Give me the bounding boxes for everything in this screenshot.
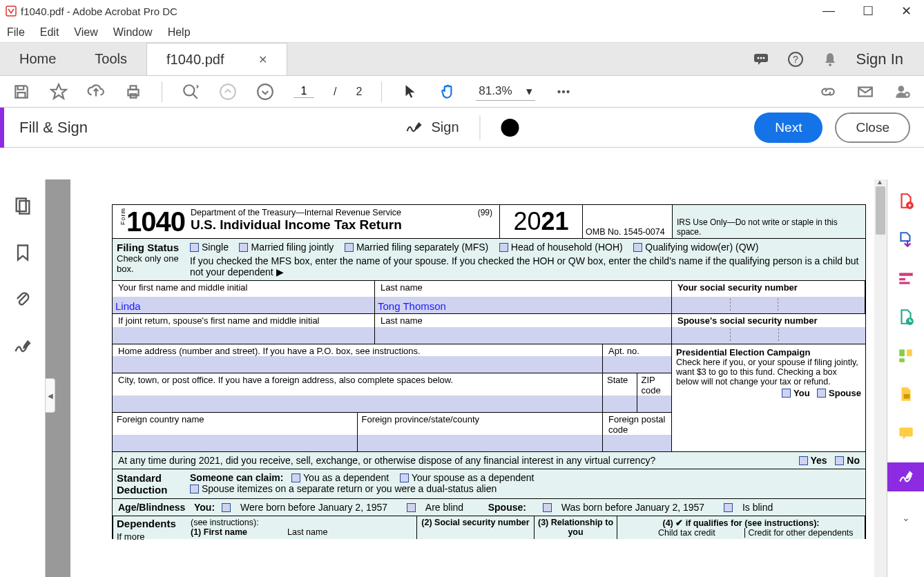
zoom-icon[interactable] [182,83,200,101]
signature-rail-icon[interactable] [13,337,32,356]
first-name-field[interactable] [113,297,374,313]
menu-view[interactable]: View [74,26,97,39]
maximize-button[interactable]: ☐ [863,3,874,19]
checkbox-you-blind[interactable] [407,503,416,512]
tax-year: 2021 [499,205,582,238]
checkbox-virtual-yes[interactable] [799,456,808,465]
window-title: f1040.pdf - Adobe Acrobat Pro DC [21,6,177,17]
save-icon[interactable] [12,83,30,101]
bell-icon[interactable] [822,51,838,68]
scroll-thumb[interactable] [876,186,885,235]
menu-help[interactable]: Help [168,26,191,39]
state-field[interactable] [603,395,637,412]
svg-rect-0 [6,6,16,16]
checkbox-pec-spouse[interactable] [817,389,826,398]
checkbox-spouse-born[interactable] [543,503,552,512]
minimize-button[interactable]: — [822,3,835,19]
create-pdf-icon[interactable] [897,192,915,210]
std-deduction-title: Standard Deduction [113,469,186,498]
svg-point-15 [557,90,560,92]
checkbox-qw[interactable] [633,243,642,252]
fcountry-field[interactable] [113,435,357,451]
ssn-field[interactable] [672,297,865,313]
protect-icon[interactable] [897,385,915,403]
svg-point-11 [184,85,194,95]
zoom-value: 81.3% [479,84,512,98]
sign-button[interactable]: Sign [405,119,459,135]
sign-in-link[interactable]: Sign In [856,50,904,68]
print-icon[interactable] [124,83,142,101]
spouse-first-field[interactable] [113,327,374,344]
accent-bar [0,108,4,148]
form-label: Form [119,208,126,225]
checkbox-pec-you[interactable] [782,389,791,398]
svg-point-7 [829,63,831,66]
menu-file[interactable]: File [7,26,25,39]
address-field[interactable] [113,356,602,373]
city-field[interactable] [113,395,602,412]
spouse-ssn-field[interactable] [672,327,865,344]
export-pdf-icon[interactable] [897,231,915,248]
organize-icon[interactable] [897,346,915,364]
tab-close-icon[interactable]: ✕ [258,53,267,66]
chevron-down-icon[interactable]: ⌄ [902,512,910,523]
mail-icon[interactable] [856,83,874,101]
thumbnails-icon[interactable] [13,196,32,215]
fpostal-field[interactable] [603,435,671,451]
checkbox-virtual-no[interactable] [835,456,844,465]
bookmark-icon[interactable] [13,243,32,262]
svg-point-4 [762,57,764,59]
link-icon[interactable] [819,83,837,101]
checkbox-itemize[interactable] [190,485,199,493]
checkbox-spouse-dependent[interactable] [400,473,409,482]
zip-field[interactable] [637,395,672,412]
spouse-last-field[interactable] [375,327,671,344]
comment-icon[interactable] [753,51,769,68]
comment-tool-icon[interactable] [897,424,915,442]
document-page: Form1040 Department of the Treasury—Inte… [70,179,887,577]
tab-document-active[interactable]: f1040.pdf ✕ [146,43,287,75]
help-icon[interactable]: ? [787,51,804,68]
apt-field[interactable] [603,356,671,373]
attachment-icon[interactable] [13,290,32,309]
edit-pdf-icon[interactable] [897,269,915,287]
page-down-icon[interactable] [256,83,274,101]
tab-tools[interactable]: Tools [75,43,146,75]
color-picker[interactable] [501,119,519,137]
hand-tool-icon[interactable] [439,83,456,101]
page-up-icon[interactable] [219,83,237,101]
star-icon[interactable] [50,83,68,101]
checkbox-mfs[interactable] [345,243,354,252]
add-person-icon[interactable] [894,83,912,101]
fprov-field[interactable] [358,435,603,451]
page-number-input[interactable] [293,85,314,98]
checkbox-you-born[interactable] [222,503,231,512]
close-window-button[interactable]: ✕ [901,3,912,19]
zoom-dropdown[interactable]: 81.3% ▾ [476,83,535,101]
fill-sign-tool-active[interactable] [887,462,925,491]
chevron-down-icon: ▾ [526,84,532,99]
checkbox-mfj[interactable] [239,243,248,252]
document-viewport[interactable]: Form1040 Department of the Treasury—Inte… [46,179,887,577]
toolbar-separator [162,81,162,102]
next-button[interactable]: Next [754,113,822,143]
checkbox-single[interactable] [190,243,199,252]
virtual-currency-q: At any time during 2021, did you receive… [118,455,655,466]
svg-rect-31 [903,394,909,399]
collapse-left-handle[interactable]: ◀ [46,378,55,413]
checkbox-spouse-blind[interactable] [724,503,733,512]
arrow-cursor-icon[interactable] [401,83,419,101]
request-sign-icon[interactable] [897,308,915,326]
vertical-scrollbar[interactable]: ▲ [874,179,887,577]
more-icon[interactable] [555,83,572,101]
menu-window[interactable]: Window [113,26,153,39]
menu-edit[interactable]: Edit [40,26,59,39]
pdf-icon [6,6,17,17]
close-button[interactable]: Close [835,113,910,143]
code-99: (99) [478,208,492,217]
tab-home[interactable]: Home [0,43,75,75]
checkbox-you-dependent[interactable] [291,473,300,482]
cloud-upload-icon[interactable] [87,83,105,101]
svg-point-19 [898,86,905,92]
checkbox-hoh[interactable] [499,243,508,252]
